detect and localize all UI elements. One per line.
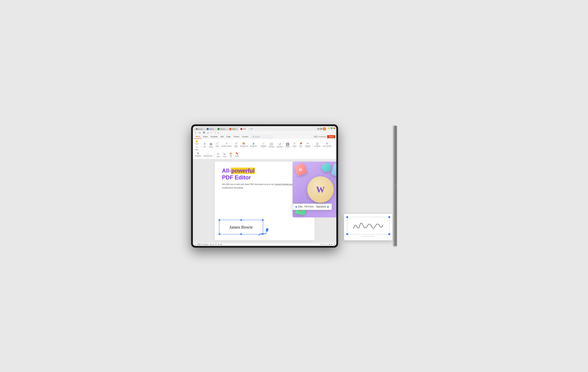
textbox-label: Textbox <box>285 146 290 148</box>
close-button[interactable] <box>333 127 335 129</box>
sig-corner-bl <box>346 233 348 235</box>
tab-home[interactable]: Home <box>194 127 205 131</box>
menu-home[interactable]: Home <box>194 135 202 139</box>
layout-icon[interactable] <box>317 128 320 130</box>
pdf-tab-icon <box>241 128 242 130</box>
page2-tool[interactable]: 📑 Page <box>233 142 239 149</box>
deleteline-label: Deleteline <box>195 155 201 157</box>
fit-page-btn[interactable]: ⊡ <box>325 243 326 245</box>
search-bar[interactable]: 🔍 Search <box>251 135 273 138</box>
highlight-icon: 🖊 <box>262 142 265 145</box>
cloud-icon: ☁ <box>194 243 196 245</box>
shape-label: Shape <box>292 145 296 147</box>
sign-tool[interactable]: ✍ Sign <box>228 151 234 159</box>
prev-page-btn[interactable]: ◀ <box>212 243 214 245</box>
background-tool[interactable]: 🎨 Background <box>239 142 249 149</box>
headline-part2: PDF Editor <box>222 174 251 181</box>
annex-icon: 📎 <box>223 153 226 155</box>
save-button[interactable]: 💾 <box>202 131 206 134</box>
page-label: Page <box>216 145 219 147</box>
grid-icon[interactable] <box>320 128 322 130</box>
underline-label: Underline <box>315 145 320 147</box>
cooperate-toggle[interactable]: Cooperate <box>314 136 326 138</box>
sig-corner-tl <box>346 216 348 218</box>
signature-box-inline: James Bowie <box>219 220 263 234</box>
sign-label: Sign <box>229 155 232 157</box>
stylus: Lenovo <box>394 126 397 246</box>
signature-floating-panel: SIGNATURE <box>344 214 392 240</box>
highlight-tool[interactable]: 🖊 Highlight <box>260 142 267 149</box>
menu-page[interactable]: Page <box>225 135 232 139</box>
next-page-btn[interactable]: ▶ <box>218 243 219 245</box>
menu-edit[interactable]: Edit <box>219 135 225 139</box>
tab-slides[interactable]: Slides <box>228 127 238 131</box>
tab-sheets[interactable]: Sheets <box>216 127 227 131</box>
cooperate-label: Cooperate <box>318 136 326 138</box>
ribbon-group-selection: ✋ Hand ↖ Select <box>194 140 200 151</box>
select-label: Select <box>195 149 199 151</box>
sig-handle-bl <box>219 233 220 235</box>
shape-blue-cube <box>331 163 336 178</box>
print-button[interactable]: 🖨 <box>206 131 210 134</box>
menu-insert[interactable]: Insert <box>202 135 209 139</box>
stamp-tool[interactable]: 🔖 stamp <box>234 151 240 159</box>
browser-chrome: Home Writer Sheets Slides <box>193 126 336 160</box>
header-footer-label: Header & Footer <box>221 145 232 147</box>
menu-bar: Home Insert Annotate Edit Page Protect C… <box>193 135 336 139</box>
menu-convert[interactable]: Convert <box>241 135 250 139</box>
image-tool[interactable]: 🖼 Image <box>208 142 214 148</box>
last-page-btn[interactable]: ▶| <box>220 243 222 245</box>
shape-tool[interactable]: ⬡ Shape <box>292 142 297 149</box>
select-icon: ↖ <box>196 146 198 149</box>
share-button[interactable]: Share <box>327 135 335 138</box>
annotate-tool[interactable]: 💬 Annotate <box>268 142 275 148</box>
menu-protect[interactable]: Protect <box>232 135 241 139</box>
play-btn[interactable]: ▶ <box>331 243 333 245</box>
replacements-tool[interactable]: ↔ Replacements <box>203 152 213 159</box>
minimize-button[interactable] <box>328 127 330 129</box>
tab-add-button[interactable]: + ▾ <box>248 127 253 131</box>
search-icon: 🔍 <box>252 136 254 138</box>
redo-button[interactable]: ↪ <box>213 131 216 134</box>
file-menu[interactable]: File <box>198 131 202 134</box>
fullscreen-btn[interactable]: ⊞ <box>334 243 335 245</box>
cooperate-switch[interactable] <box>314 136 318 138</box>
undo-button[interactable]: ↩ <box>210 131 213 134</box>
text-tool[interactable]: T Text <box>202 142 207 148</box>
highlight2-tool[interactable]: ✏ Highlight <box>304 142 311 149</box>
note-tool[interactable]: 📌 Note <box>298 142 304 149</box>
insert-symbol-tool[interactable]: Ω Insert Symbol <box>322 142 332 149</box>
deleteline-tool[interactable]: S Deleteline <box>194 152 202 159</box>
tab-home-label: Home <box>199 128 203 130</box>
navigation-toggle-area[interactable]: Navigation <box>197 243 209 245</box>
first-page-btn[interactable]: |◀ <box>210 243 211 245</box>
draw-tool[interactable]: ✏ Draw <box>216 152 221 158</box>
view-options-icon[interactable]: 👁 ▾ <box>321 243 323 245</box>
hamburger-menu[interactable]: ☰ <box>194 131 197 134</box>
single-page-btn[interactable]: □ <box>327 243 328 245</box>
svg-rect-5 <box>321 129 322 130</box>
navigation-switch[interactable] <box>197 243 201 245</box>
user-avatar[interactable]: U <box>323 127 326 131</box>
underline-tool[interactable]: U Underline <box>314 142 321 149</box>
more-button[interactable]: ••• <box>217 131 220 134</box>
header-footer-tool[interactable]: ≡ Header & Footer <box>220 142 232 149</box>
select-tool[interactable]: ↖ Select <box>194 145 200 151</box>
watermark-label: Watermark <box>250 145 257 147</box>
textbox-tool[interactable]: 🔲 Textbox <box>284 142 291 148</box>
tab-pdf[interactable]: PDF <box>239 127 248 131</box>
instruction-tool[interactable]: 📝 Instruction <box>276 142 284 148</box>
stylus-brand-label: Lenovo <box>395 183 396 189</box>
maximize-button[interactable] <box>331 127 333 129</box>
stamp-icon: 🔖 <box>235 152 238 155</box>
page-tool[interactable]: 📄 Page <box>214 142 220 149</box>
two-page-btn[interactable]: ▣ <box>329 243 330 245</box>
highlight-label: Highlight <box>261 145 266 147</box>
annex-tool[interactable]: 📎 Annex <box>222 152 227 158</box>
hand-tool[interactable]: ✋ Hand <box>194 140 200 145</box>
menu-annotate[interactable]: Annotate <box>209 135 219 139</box>
tab-writer[interactable]: Writer <box>205 127 216 131</box>
watermark-tool[interactable]: 💧 Watermark <box>249 142 258 149</box>
annex-label: Annex <box>222 156 227 157</box>
separator-3 <box>312 142 313 148</box>
